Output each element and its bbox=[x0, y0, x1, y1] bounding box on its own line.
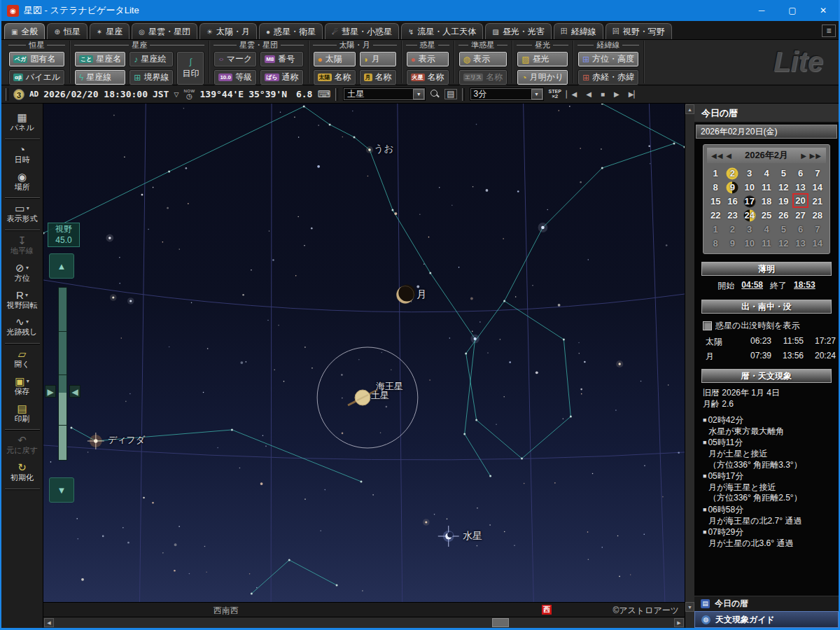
daylight-button[interactable]: ▨昼光 bbox=[517, 51, 568, 67]
tab-meteors[interactable]: ↯流星・人工天体 bbox=[401, 23, 483, 39]
horizontal-scrollbar[interactable]: ◀ ▶ bbox=[43, 617, 685, 628]
calendar-day[interactable]: 8 bbox=[707, 237, 724, 250]
sidebar-item-open[interactable]: ▱開く bbox=[3, 346, 42, 373]
boundary-lines-button[interactable]: ⊞境界線 bbox=[129, 69, 174, 85]
timezone-label[interactable]: JST bbox=[153, 89, 169, 99]
now-clock-icon[interactable]: NOW◷ bbox=[183, 89, 195, 100]
moon-display-button[interactable]: ◗月 bbox=[359, 51, 397, 67]
show-planet-times-checkbox[interactable] bbox=[703, 321, 712, 330]
constellation-name-button[interactable]: こと星座名 bbox=[74, 51, 126, 67]
panel-tab-today-calendar[interactable]: ▤ 今日の暦 bbox=[694, 596, 839, 611]
calendar-day[interactable]: 22 bbox=[707, 209, 724, 222]
calendar-day[interactable]: 28 bbox=[809, 209, 826, 222]
constellation-lines-button[interactable]: ϟ星座線 bbox=[74, 69, 126, 85]
calendar-day[interactable]: 4 bbox=[758, 223, 775, 236]
calendar-prev-buttons[interactable]: ◀◀ ◀ bbox=[711, 152, 732, 160]
sidebar-item-fov-rotation[interactable]: R ▾視野回転 bbox=[3, 287, 42, 314]
horizontal-scroll-thumb[interactable] bbox=[492, 618, 509, 627]
ra-dec-button[interactable]: ⊞赤経・赤緯 bbox=[578, 69, 639, 85]
calendar-day[interactable]: 2 bbox=[724, 223, 741, 236]
sky-view[interactable]: うお 月 海王星 土星 ディフダ 水星 視野 45.0 ▲ ▶ ◀ bbox=[43, 104, 685, 602]
toolbar-grip[interactable] bbox=[462, 88, 465, 101]
time-step-select[interactable]: 3分 ▼ bbox=[470, 88, 544, 101]
calendar-day[interactable]: 1 bbox=[707, 223, 724, 236]
bayer-button[interactable]: αβバイエル bbox=[8, 69, 65, 85]
sidebar-item-direction[interactable]: ⊘ ▾方位 bbox=[3, 260, 42, 287]
tab-fixed-stars[interactable]: ⊕恒星 bbox=[47, 23, 87, 39]
zoom-slider-handle[interactable]: ◀ bbox=[69, 385, 80, 398]
hamburger-menu-icon[interactable]: ≡ bbox=[822, 24, 836, 37]
landmark-button[interactable]: ∫目印 bbox=[176, 51, 204, 85]
calendar-next-buttons[interactable]: ▶ ▶▶ bbox=[801, 152, 822, 160]
sidebar-item-light-trail[interactable]: ∿ ▾光跡残し bbox=[3, 314, 42, 341]
sidebar-item-datetime[interactable]: ◔日時 bbox=[3, 141, 42, 169]
calendar-day[interactable]: 4 bbox=[758, 167, 775, 180]
limiting-magnitude-value[interactable]: 6.8 bbox=[296, 89, 312, 99]
planet-name-button[interactable]: 火星名称 bbox=[406, 69, 449, 85]
sidebar-item-display-format[interactable]: ▭ ▾表示形式 bbox=[3, 200, 42, 227]
calendar-day[interactable]: 11 bbox=[758, 237, 775, 250]
tab-daylight[interactable]: ▨昼光・光害 bbox=[485, 23, 551, 39]
calendar-day[interactable]: 10 bbox=[741, 181, 758, 194]
calendar-day[interactable]: 9 bbox=[724, 237, 741, 250]
tab-grid-lines[interactable]: 田経緯線 bbox=[554, 23, 603, 39]
calendar-day[interactable]: 6 bbox=[792, 167, 808, 180]
calendar-day[interactable]: 16 bbox=[724, 195, 741, 208]
calendar-day[interactable]: 2 bbox=[724, 167, 741, 180]
step-multiplier-button[interactable]: STEP×2 bbox=[549, 89, 561, 99]
twilight-start-time[interactable]: 04:58 bbox=[741, 280, 763, 292]
mark-button[interactable]: ○マーク bbox=[214, 51, 257, 67]
sidebar-item-panel[interactable]: ▦パネル bbox=[3, 109, 42, 136]
calendar-day[interactable]: 5 bbox=[775, 223, 792, 236]
target-select[interactable]: 土星 ▼ bbox=[343, 88, 426, 101]
chevron-down-icon[interactable]: ▼ bbox=[531, 89, 542, 99]
scroll-down-icon[interactable]: ▼ bbox=[685, 602, 694, 612]
calendar-day[interactable]: 14 bbox=[809, 181, 826, 194]
datetime-value[interactable]: 2026/02/20 18:30:00 bbox=[43, 89, 148, 99]
tab-comets[interactable]: ☄彗星・小惑星 bbox=[325, 23, 399, 39]
calendar-day[interactable]: 15 bbox=[707, 195, 724, 208]
zoom-slider-handle[interactable]: ▶ bbox=[45, 385, 56, 398]
sun-name-button[interactable]: 太陽名称 bbox=[313, 69, 356, 85]
calendar-day[interactable]: 12 bbox=[775, 181, 792, 194]
longitude-value[interactable]: 139°44'E bbox=[200, 89, 244, 99]
common-name-button[interactable]: ばら通称 bbox=[260, 69, 303, 85]
tab-constellation[interactable]: ✶星座 bbox=[90, 23, 130, 39]
sidebar-item-save[interactable]: ▣ ▾保存 bbox=[3, 373, 42, 400]
zoom-out-button[interactable]: ▼ bbox=[49, 477, 74, 503]
zoom-in-button[interactable]: ▲ bbox=[49, 253, 74, 279]
calendar-day[interactable]: 27 bbox=[792, 209, 808, 222]
search-icon[interactable] bbox=[430, 90, 440, 99]
maximize-button[interactable]: ▢ bbox=[777, 0, 808, 21]
sidebar-item-reset[interactable]: ↻初期化 bbox=[3, 459, 42, 486]
sidebar-item-print[interactable]: ▤印刷 bbox=[3, 400, 42, 428]
tab-nebula[interactable]: ◎星雲・星団 bbox=[132, 23, 197, 39]
calendar-day[interactable]: 12 bbox=[775, 237, 792, 250]
calendar-day[interactable]: 17 bbox=[741, 195, 758, 208]
dwarf-display-button[interactable]: ◍表示 bbox=[458, 51, 508, 67]
keyboard-icon[interactable]: ⌨ bbox=[317, 89, 330, 99]
list-icon[interactable]: ▤ bbox=[444, 89, 456, 99]
tab-sun-moon[interactable]: ☀太陽・月 bbox=[200, 23, 257, 39]
number-button[interactable]: M8番号 bbox=[260, 51, 303, 67]
sidebar-item-location[interactable]: ◉場所 bbox=[3, 169, 42, 196]
calendar-day[interactable]: 20 bbox=[792, 195, 808, 208]
chevron-down-icon[interactable]: ▼ bbox=[413, 89, 424, 99]
timezone-dropdown-icon[interactable]: ▽ bbox=[174, 91, 178, 98]
calendar-day[interactable]: 19 bbox=[775, 195, 792, 208]
calendar-day[interactable]: 7 bbox=[809, 167, 826, 180]
calendar-day[interactable]: 23 bbox=[724, 209, 741, 222]
calendar-day[interactable]: 21 bbox=[809, 195, 826, 208]
calendar-day[interactable]: 9 bbox=[724, 181, 741, 194]
azimuth-altitude-button[interactable]: ⊞方位・高度 bbox=[578, 51, 639, 67]
scroll-up-icon[interactable]: ▲ bbox=[685, 104, 694, 114]
calendar-day[interactable]: 5 bbox=[775, 167, 792, 180]
zoom-slider-track[interactable] bbox=[58, 287, 67, 461]
calendar-day[interactable]: 3 bbox=[741, 223, 758, 236]
calendar-day[interactable]: 25 bbox=[758, 209, 775, 222]
calendar-day[interactable]: 14 bbox=[809, 237, 826, 250]
skip-to-start-button[interactable]: ▏◀ bbox=[566, 90, 577, 98]
magnitude-button[interactable]: 10.0等級 bbox=[214, 69, 257, 85]
planet-display-button[interactable]: ●表示 bbox=[406, 51, 449, 67]
sun-display-button[interactable]: ●太陽 bbox=[313, 51, 356, 67]
